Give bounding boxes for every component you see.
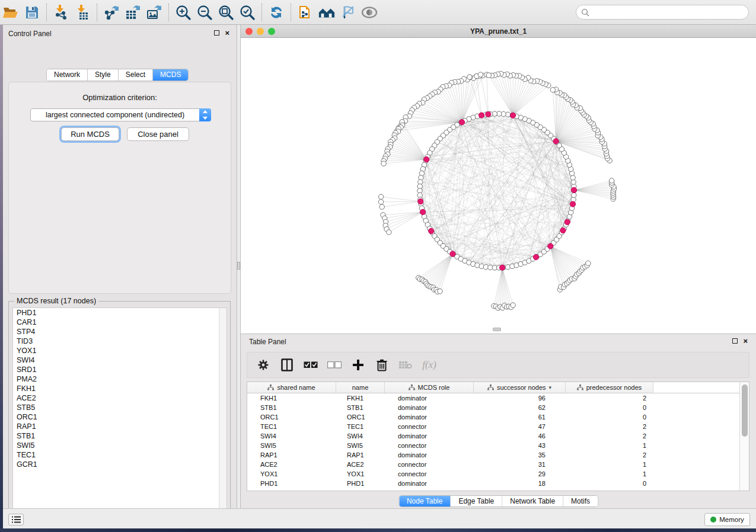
import-network-icon[interactable] [52, 4, 70, 21]
export-image-icon[interactable] [145, 4, 163, 21]
show-hide-graphics-details-icon[interactable] [339, 4, 357, 21]
mcds-result-item[interactable]: STB5 [13, 403, 227, 412]
search-input[interactable] [592, 7, 735, 18]
table-scrollbar[interactable] [739, 382, 749, 491]
mcds-result-item[interactable]: PHD1 [13, 308, 227, 318]
select-all-checkboxes-icon[interactable] [303, 357, 318, 373]
mcds-result-item[interactable]: STB1 [13, 431, 227, 441]
table-row[interactable]: STB1STB1dominator620 [247, 403, 739, 412]
network-canvas[interactable] [241, 38, 756, 334]
table-row[interactable]: SWI5SWI5connector431 [247, 441, 739, 450]
column-header-predecessor-nodes[interactable]: predecessor nodes [566, 382, 653, 393]
mcds-result-item[interactable]: GCR1 [13, 460, 227, 469]
table-row[interactable]: PHD1PHD1dominator180 [247, 479, 739, 488]
network-overview-icon[interactable] [318, 4, 336, 21]
save-session-icon[interactable] [23, 4, 41, 21]
zoom-out-icon[interactable] [196, 4, 213, 21]
memory-status-icon [710, 517, 716, 523]
column-header-name[interactable]: name [336, 382, 385, 393]
close-panel-icon[interactable]: × [743, 338, 748, 344]
table-cell: 29 [474, 469, 566, 479]
column-header-successor-nodes[interactable]: successor nodes▾ [474, 382, 566, 393]
mcds-result-item[interactable]: SRD1 [13, 365, 227, 374]
tab-edge-table[interactable]: Edge Table [451, 496, 502, 507]
import-table-icon[interactable] [74, 4, 91, 21]
export-network-icon[interactable] [103, 4, 120, 21]
float-panel-icon[interactable] [214, 30, 219, 36]
mcds-result-item[interactable]: ORC1 [13, 412, 227, 422]
table-cell: 2 [566, 422, 653, 431]
tab-mcds[interactable]: MCDS [153, 69, 188, 81]
horizontal-splitter-handle[interactable] [493, 328, 501, 331]
table-cell: SWI4 [247, 431, 336, 441]
criterion-select[interactable]: largest connected component (undirected) [30, 108, 211, 121]
splitter-handle[interactable] [237, 262, 240, 270]
network-window-titlebar[interactable]: YPA_prune.txt_1 [241, 25, 756, 38]
main-toolbar [0, 0, 756, 25]
tab-node-table[interactable]: Node Table [399, 496, 451, 507]
search-box [576, 5, 749, 20]
table-row[interactable]: ACE2ACE2connector311 [247, 460, 739, 469]
table-row[interactable]: TEC1TEC1connector472 [247, 422, 739, 431]
task-history-button[interactable] [8, 514, 24, 525]
tab-network[interactable]: Network [47, 69, 88, 81]
tab-motifs[interactable]: Motifs [563, 496, 598, 507]
mcds-result-item[interactable]: CAR1 [13, 318, 227, 327]
node-table: shared namenameMCDS rolesuccessor nodes▾… [247, 382, 749, 491]
mcds-result-item[interactable]: RAP1 [13, 422, 227, 431]
table-row[interactable]: FKH1FKH1dominator962 [247, 393, 739, 403]
column-header-shared-name[interactable]: shared name [247, 382, 336, 393]
column-header-MCDS-role[interactable]: MCDS role [385, 382, 474, 393]
clone-network-icon[interactable] [296, 4, 314, 21]
vertical-splitter[interactable] [237, 25, 241, 509]
table-row[interactable]: SWI4SWI4dominator462 [247, 431, 739, 441]
table-cell: RAP1 [336, 450, 385, 460]
add-column-icon[interactable] [350, 357, 366, 373]
zoom-selected-icon[interactable] [238, 4, 256, 21]
tab-network-table[interactable]: Network Table [502, 496, 563, 507]
mcds-result-item[interactable]: YOX1 [13, 346, 227, 355]
tab-select[interactable]: Select [119, 69, 153, 81]
table-scrollbar-thumb[interactable] [742, 384, 748, 437]
table-cell: 46 [474, 431, 566, 441]
table-options-gear-icon[interactable] [256, 357, 271, 373]
delete-columns-icon[interactable] [374, 357, 390, 373]
status-bar: Memory [3, 508, 756, 528]
mcds-result-item[interactable]: FKH1 [13, 384, 227, 393]
mcds-list-scrollbar[interactable] [219, 308, 227, 517]
tab-style[interactable]: Style [88, 69, 119, 81]
table-cell: connector [385, 469, 474, 479]
export-table-icon[interactable] [124, 4, 142, 21]
mcds-result-item[interactable]: SWI4 [13, 355, 227, 365]
memory-button[interactable]: Memory [704, 513, 750, 526]
open-file-icon[interactable] [2, 4, 20, 21]
table-row[interactable]: ORC1ORC1dominator610 [247, 412, 739, 422]
show-columns-icon[interactable] [279, 357, 295, 373]
column-tree-icon [409, 384, 415, 390]
mcds-result-item[interactable]: TID3 [13, 336, 227, 346]
desktop-wallpaper-bottom [0, 528, 756, 532]
table-panel-tabs: Node TableEdge TableNetwork TableMotifs [398, 495, 598, 507]
show-hide-annotations-icon[interactable] [361, 4, 378, 21]
mcds-result-item[interactable]: ACE2 [13, 393, 227, 403]
close-panel-button[interactable]: Close panel [127, 127, 189, 141]
mcds-result-item[interactable]: TEC1 [13, 450, 227, 460]
close-panel-icon[interactable]: × [225, 30, 229, 36]
table-cell: STB1 [336, 403, 385, 412]
mcds-result-item[interactable]: PMA2 [13, 374, 227, 384]
zoom-fit-icon[interactable] [217, 4, 235, 21]
table-row[interactable]: RAP1RAP1dominator352 [247, 450, 739, 460]
network-graph[interactable] [241, 38, 756, 334]
mcds-result-item[interactable]: STP4 [13, 327, 227, 336]
run-mcds-button[interactable]: Run MCDS [61, 127, 119, 141]
table-row[interactable]: YOX1YOX1connector291 [247, 469, 739, 479]
table-cell: STB1 [247, 403, 336, 412]
table-cell: 18 [474, 479, 566, 488]
refresh-icon[interactable] [267, 4, 285, 21]
mcds-result-item[interactable]: SWI5 [13, 441, 227, 450]
control-panel-title: Control Panel [8, 30, 52, 38]
float-panel-icon[interactable] [732, 338, 738, 344]
deselect-all-checkboxes-icon[interactable] [327, 357, 342, 373]
zoom-in-icon[interactable] [174, 4, 192, 21]
criterion-selected-value: largest connected component (undirected) [31, 111, 199, 119]
